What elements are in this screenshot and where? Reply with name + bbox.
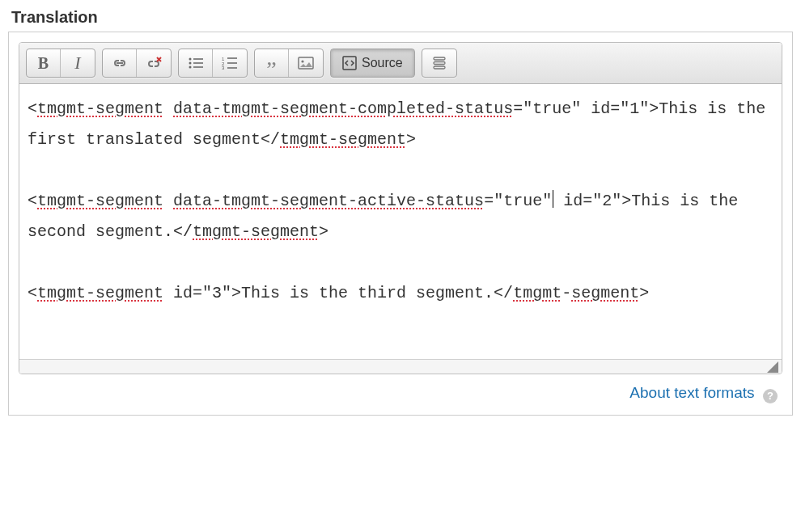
resize-handle-row xyxy=(19,359,782,374)
svg-point-13 xyxy=(301,60,303,62)
svg-rect-5 xyxy=(193,66,203,68)
svg-rect-16 xyxy=(434,62,445,65)
bold-button[interactable]: B xyxy=(27,49,61,77)
about-text-formats-link[interactable]: About text formats xyxy=(629,384,754,401)
bold-icon: B xyxy=(38,54,49,73)
italic-icon: I xyxy=(74,53,80,74)
image-icon xyxy=(298,57,314,70)
svg-rect-7 xyxy=(227,57,237,59)
svg-point-0 xyxy=(189,58,191,61)
format-help-row: About text formats ? xyxy=(19,374,782,405)
source-textarea[interactable]: <tmgmt-segment data-tmgmt-segment-comple… xyxy=(19,84,782,359)
group-media: ” xyxy=(254,49,324,78)
link-button[interactable] xyxy=(103,49,137,77)
svg-rect-9 xyxy=(227,62,237,64)
resize-grip-icon[interactable] xyxy=(767,361,778,373)
svg-rect-3 xyxy=(193,62,203,64)
unlink-button[interactable] xyxy=(137,49,171,77)
svg-point-4 xyxy=(189,66,191,69)
help-icon[interactable]: ? xyxy=(763,389,778,403)
svg-rect-17 xyxy=(434,66,445,69)
text-cursor xyxy=(553,190,553,208)
show-segments-icon xyxy=(431,56,447,70)
editor-toolbar: B I xyxy=(19,43,782,84)
source-icon xyxy=(342,56,357,70)
svg-rect-1 xyxy=(193,58,203,60)
group-basic-styles: B I xyxy=(26,49,95,78)
translation-field-wrapper: B I xyxy=(8,32,793,416)
source-button[interactable]: Source xyxy=(331,49,414,77)
svg-point-2 xyxy=(189,62,191,65)
source-label: Source xyxy=(362,56,403,70)
group-links xyxy=(102,49,172,78)
group-segments xyxy=(422,49,457,78)
link-icon xyxy=(111,57,129,69)
show-segments-button[interactable] xyxy=(422,49,456,77)
field-label: Translation xyxy=(11,8,793,27)
blockquote-button[interactable]: ” xyxy=(255,49,289,77)
group-source: Source xyxy=(330,49,415,78)
svg-rect-15 xyxy=(434,57,445,60)
image-button[interactable] xyxy=(289,49,323,77)
numbered-list-button[interactable]: 1 2 3 xyxy=(213,49,247,77)
blockquote-icon: ” xyxy=(266,65,276,74)
bulleted-list-icon xyxy=(188,57,204,70)
italic-button[interactable]: I xyxy=(61,49,95,77)
svg-rect-11 xyxy=(227,67,237,69)
group-lists: 1 2 3 xyxy=(178,49,248,78)
svg-text:3: 3 xyxy=(222,65,225,70)
numbered-list-icon: 1 2 3 xyxy=(222,57,238,70)
ckeditor-frame: B I xyxy=(19,42,782,374)
unlink-icon xyxy=(145,57,163,70)
bulleted-list-button[interactable] xyxy=(179,49,213,77)
